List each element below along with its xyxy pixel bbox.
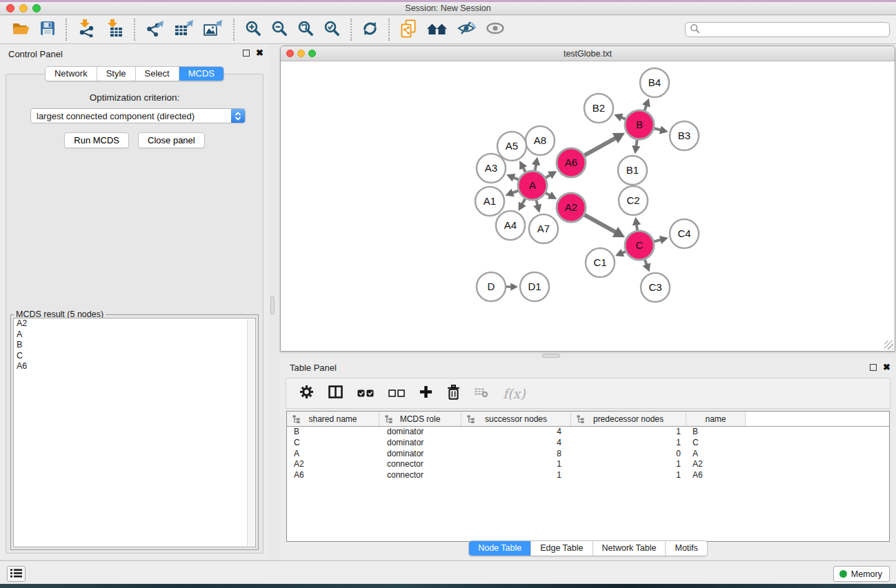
cell-name[interactable]: A2 — [686, 459, 746, 470]
mcds-result-item[interactable]: A2 — [14, 318, 255, 330]
graph-edge-A-A4[interactable] — [519, 199, 526, 211]
cell-MCDS-role[interactable]: connector — [379, 470, 461, 481]
save-session-button[interactable] — [35, 18, 60, 41]
graph-node-D[interactable]: D — [477, 272, 506, 301]
graph-edge-A-A6[interactable] — [546, 171, 557, 179]
tab-network[interactable]: Network — [46, 67, 97, 81]
cell-name[interactable]: B — [686, 427, 746, 438]
zoom-in-button[interactable] — [240, 18, 266, 41]
graph-node-B4[interactable]: B4 — [640, 68, 669, 97]
network-zoom-button[interactable] — [308, 50, 316, 57]
zoom-out-button[interactable] — [266, 18, 292, 41]
column-header-name[interactable]: name — [686, 412, 746, 426]
search-input[interactable] — [703, 25, 885, 34]
tab-mcds[interactable]: MCDS — [179, 67, 223, 81]
graph-node-A7[interactable]: A7 — [529, 214, 558, 243]
cell-MCDS-role[interactable]: connector — [379, 459, 461, 470]
graph-edge-A-A3[interactable] — [506, 174, 519, 181]
import-table-button[interactable] — [101, 18, 128, 41]
cell-predecessor-nodes[interactable]: 1 — [571, 470, 686, 481]
graph-node-A5[interactable]: A5 — [497, 132, 526, 161]
network-home-button[interactable] — [422, 18, 452, 41]
graph-node-A2[interactable]: A2 — [557, 193, 586, 222]
task-history-button[interactable] — [7, 566, 26, 582]
graph-edge-C-C3[interactable] — [643, 260, 651, 272]
graph-edge-B-B3[interactable] — [654, 125, 668, 134]
graph-node-C1[interactable]: C1 — [586, 248, 615, 277]
cell-predecessor-nodes[interactable]: 0 — [571, 449, 686, 460]
cell-shared-name[interactable]: A — [287, 449, 379, 460]
graph-node-C[interactable]: C — [625, 231, 654, 260]
graph-edge-A-A7[interactable] — [533, 200, 541, 212]
export-image-button[interactable] — [199, 18, 228, 41]
float-table-panel-icon[interactable] — [870, 364, 877, 371]
table-settings-button[interactable] — [299, 385, 314, 402]
graph-node-A8[interactable]: A8 — [526, 126, 555, 155]
new-session-from-network-button[interactable] — [395, 18, 422, 41]
cell-MCDS-role[interactable]: dominator — [379, 449, 461, 460]
hide-unselected-button[interactable] — [452, 18, 481, 41]
graph-edge-C-C4[interactable] — [654, 236, 668, 244]
table-tab-node-table[interactable]: Node Table — [469, 541, 531, 556]
cell-shared-name[interactable]: A2 — [287, 459, 379, 470]
run-mcds-button[interactable]: Run MCDS — [64, 132, 129, 148]
cell-successor-nodes[interactable]: 4 — [461, 438, 571, 449]
zoom-selected-button[interactable] — [319, 18, 345, 41]
table-row[interactable]: Cdominator41C — [287, 438, 889, 449]
function-builder-button[interactable]: f(x) — [503, 386, 526, 401]
cell-name[interactable]: C — [686, 438, 746, 449]
show-all-button[interactable] — [481, 18, 510, 41]
mcds-result-item[interactable]: A — [14, 330, 255, 341]
table-row[interactable]: Bdominator41B — [287, 427, 889, 438]
cell-MCDS-role[interactable]: dominator — [379, 438, 461, 449]
cell-MCDS-role[interactable]: dominator — [379, 427, 461, 438]
delete-table-button[interactable] — [475, 387, 488, 401]
graph-node-A3[interactable]: A3 — [477, 154, 506, 183]
scrollbar-track[interactable] — [247, 319, 255, 546]
tab-select[interactable]: Select — [136, 67, 179, 81]
horizontal-splitter-handle[interactable] — [542, 354, 560, 358]
graph-node-C4[interactable]: C4 — [670, 219, 699, 248]
graph-node-A1[interactable]: A1 — [475, 187, 504, 216]
memory-button[interactable]: Memory — [833, 566, 890, 582]
cell-shared-name[interactable]: A6 — [287, 470, 379, 481]
table-row[interactable]: Adominator80A — [287, 449, 889, 460]
cell-successor-nodes[interactable]: 1 — [461, 459, 571, 470]
graph-node-C2[interactable]: C2 — [619, 186, 648, 215]
graph-node-B3[interactable]: B3 — [670, 121, 699, 150]
graph-edge-A2-C[interactable] — [584, 215, 625, 238]
graph-edge-A-A1[interactable] — [506, 189, 519, 197]
graph-edge-B-B2[interactable] — [614, 114, 625, 121]
network-minimize-button[interactable] — [297, 50, 305, 57]
graph-edge-B-B1[interactable] — [632, 140, 640, 154]
close-panel-icon[interactable]: ✖ — [256, 49, 263, 57]
search-field[interactable] — [685, 22, 890, 37]
graph-node-B[interactable]: B — [625, 110, 654, 139]
graph-node-C3[interactable]: C3 — [641, 273, 670, 302]
graph-edge-D-D1[interactable] — [506, 283, 518, 290]
network-window-titlebar[interactable]: testGlobe.txt — [281, 46, 895, 61]
graph-edge-C-C2[interactable] — [633, 217, 641, 230]
criterion-select[interactable]: largest connected component (directed) — [30, 108, 246, 123]
cell-name[interactable]: A — [686, 449, 746, 460]
zoom-fit-button[interactable] — [292, 18, 319, 41]
vertical-splitter-handle[interactable] — [270, 296, 275, 314]
graph-node-D1[interactable]: D1 — [520, 272, 549, 301]
cell-predecessor-nodes[interactable]: 1 — [571, 427, 686, 438]
column-header-predecessor-nodes[interactable]: predecessor nodes — [571, 412, 686, 426]
graph-edge-A-A8[interactable] — [532, 157, 540, 171]
import-network-button[interactable] — [72, 18, 101, 41]
zoom-window-button[interactable] — [32, 4, 41, 12]
graph-node-B1[interactable]: B1 — [618, 156, 647, 185]
network-graph[interactable]: B4B2BB3A8A5A6A3B1AC2A1A2A4A7C4CC1C3DD1 — [281, 61, 895, 351]
graph-edge-C-C1[interactable] — [615, 249, 626, 256]
table-tab-edge-table[interactable]: Edge Table — [531, 541, 593, 556]
float-panel-icon[interactable] — [243, 50, 250, 57]
cell-predecessor-nodes[interactable]: 1 — [571, 459, 686, 470]
cell-successor-nodes[interactable]: 4 — [461, 427, 571, 438]
graph-node-A4[interactable]: A4 — [496, 211, 525, 240]
mcds-result-item[interactable]: C — [14, 351, 255, 362]
cell-predecessor-nodes[interactable]: 1 — [571, 438, 686, 449]
deselect-all-button[interactable] — [388, 387, 405, 400]
tab-style[interactable]: Style — [97, 67, 136, 81]
